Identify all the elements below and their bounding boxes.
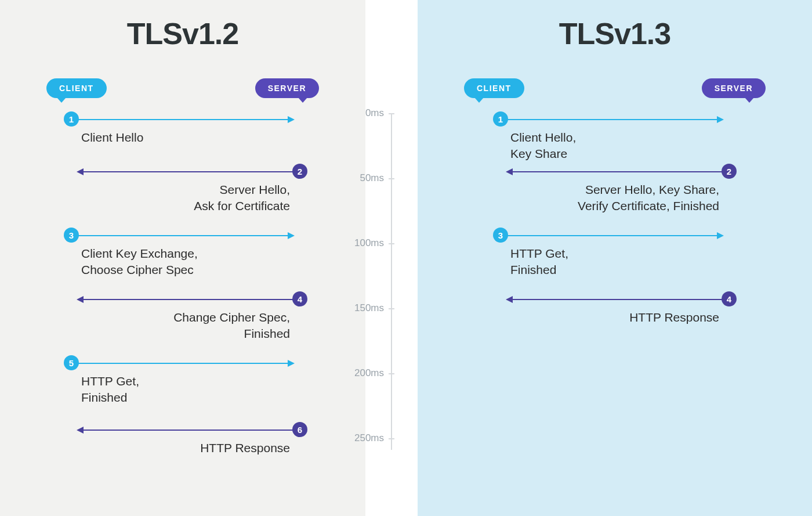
timeline-tick — [389, 113, 394, 114]
arrow-step-2 — [507, 171, 723, 172]
step-label-3: HTTP Get, Finished — [510, 246, 568, 279]
timeline-tick — [389, 178, 394, 179]
client-pill: CLIENT — [46, 78, 107, 98]
step-label-1: Client Hello, Key Share — [510, 129, 576, 163]
arrow-head-left-icon — [506, 296, 513, 303]
timeline-axis — [391, 113, 392, 450]
arrow-step-3 — [507, 235, 723, 236]
arrow-head-right-icon — [288, 232, 295, 239]
arrow-step-4 — [507, 299, 723, 300]
step-badge-5: 5 — [64, 355, 79, 370]
arrow-head-left-icon — [506, 168, 513, 175]
step-badge-4: 4 — [292, 291, 307, 306]
arrow-head-right-icon — [717, 116, 724, 123]
arrow-step-5 — [78, 363, 293, 364]
step-badge-6: 6 — [292, 422, 307, 437]
step-label-2: Server Hello, Ask for Certificate — [194, 182, 290, 215]
step-label-4: Change Cipher Spec, Finished — [173, 309, 290, 342]
step-badge-4: 4 — [722, 291, 737, 306]
client-pill: CLIENT — [464, 78, 524, 98]
arrow-step-2 — [78, 171, 293, 172]
arrow-head-right-icon — [288, 360, 295, 367]
step-badge-3: 3 — [64, 228, 79, 243]
arrow-step-4 — [78, 299, 293, 300]
arrow-head-right-icon — [288, 116, 295, 123]
timeline-tick — [389, 373, 394, 374]
timeline-tick — [389, 243, 394, 244]
timeline-label: 250ms — [354, 432, 384, 444]
server-pill: SERVER — [255, 78, 319, 98]
arrow-step-6 — [78, 430, 293, 431]
arrow-head-right-icon — [717, 232, 724, 239]
step-badge-1: 1 — [493, 111, 508, 127]
arrow-step-1 — [507, 119, 723, 120]
step-label-4: HTTP Response — [629, 309, 719, 326]
step-badge-1: 1 — [64, 111, 79, 127]
arrow-head-left-icon — [77, 296, 84, 303]
timeline-label: 150ms — [354, 302, 384, 314]
server-pill: SERVER — [702, 78, 766, 98]
timeline-label: 100ms — [354, 237, 384, 249]
step-badge-2: 2 — [292, 164, 307, 179]
step-label-3: Client Key Exchange, Choose Cipher Spec — [81, 246, 198, 279]
arrow-step-1 — [78, 119, 293, 120]
panel-tls12: TLSv1.2 CLIENTSERVER1Client Hello2Server… — [0, 0, 365, 516]
step-badge-2: 2 — [722, 164, 737, 179]
step-badge-3: 3 — [493, 228, 508, 243]
step-label-5: HTTP Get, Finished — [81, 373, 139, 406]
arrow-head-left-icon — [77, 168, 84, 175]
arrow-step-3 — [78, 235, 293, 236]
timeline-tick — [389, 438, 394, 439]
step-label-6: HTTP Response — [200, 440, 290, 456]
timeline-label: 50ms — [360, 172, 384, 184]
title-tls12: TLSv1.2 — [0, 0, 365, 51]
timeline-tick — [389, 308, 394, 309]
step-label-1: Client Hello — [81, 129, 143, 146]
step-label-2: Server Hello, Key Share, Verify Certific… — [578, 182, 719, 215]
timeline-gap: 0ms50ms100ms150ms200ms250ms — [365, 0, 418, 516]
arrow-head-left-icon — [77, 427, 84, 434]
timeline-label: 200ms — [354, 367, 384, 379]
panel-tls13: TLSv1.3 CLIENTSERVER1Client Hello, Key S… — [418, 0, 812, 516]
title-tls13: TLSv1.3 — [418, 0, 812, 51]
timeline-label: 0ms — [365, 107, 384, 119]
